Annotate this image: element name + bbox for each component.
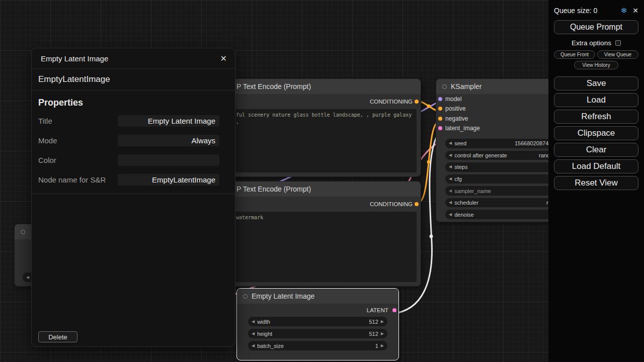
view-history-button[interactable]: View History [574, 61, 618, 69]
arrow-left-icon[interactable]: ◀ [26, 276, 29, 280]
latent-input-socket[interactable] [438, 126, 442, 130]
close-icon[interactable]: ✕ [220, 54, 227, 63]
widget-name: sampler_name [454, 188, 491, 194]
field-label-mode: Mode [38, 136, 57, 145]
node-type-name: EmptyLatentImage [32, 69, 235, 90]
collapse-dot[interactable] [243, 294, 248, 299]
arrow-left-icon[interactable]: ◀ [449, 213, 452, 217]
widget-name: seed [454, 140, 466, 146]
load-button[interactable]: Load [554, 93, 638, 107]
node-title: Empty Latent Image [252, 292, 314, 300]
output-label: CONDITIONING [370, 201, 413, 207]
collapse-dot[interactable] [21, 230, 25, 234]
widget-value[interactable]: 512 [369, 319, 378, 325]
extra-options-label: Extra options [572, 39, 611, 47]
node-clip-text-encode-positive[interactable]: P Text Encode (Prompt) CONDITIONING ful … [221, 78, 421, 177]
arrow-left-icon[interactable]: ◀ [449, 201, 452, 205]
settings-snowflake-icon[interactable]: ❄ [621, 6, 627, 15]
node-title: P Text Encode (Prompt) [236, 185, 311, 193]
widget-name: steps [454, 164, 467, 170]
properties-heading: Properties [32, 90, 235, 110]
widget-batch-size[interactable]: ◀ batch_size 1 ▶ [248, 341, 387, 350]
widget-name: control after generate [454, 152, 507, 158]
prompt-textarea[interactable]: ful scenery nature glass bottle landscap… [226, 109, 417, 172]
queue-size-label: Queue size: 0 [554, 7, 597, 15]
arrow-left-icon[interactable]: ◀ [449, 141, 452, 145]
arrow-left-icon[interactable]: ◀ [449, 177, 452, 181]
field-label-node-name: Node name for S&R [38, 175, 106, 184]
color-field[interactable] [118, 154, 219, 166]
arrow-left-icon[interactable]: ◀ [252, 344, 255, 348]
input-label: latent_image [445, 125, 480, 132]
extra-options-checkbox[interactable] [615, 40, 621, 46]
negative-input-socket[interactable] [438, 117, 442, 121]
widget-name: batch_size [257, 343, 284, 349]
queue-front-button[interactable]: Queue Front [554, 50, 595, 59]
node-title: KSampler [451, 82, 481, 90]
field-label-title: Title [38, 117, 52, 125]
arrow-left-icon[interactable]: ◀ [252, 320, 255, 324]
widget-name: width [257, 319, 270, 325]
node-clip-text-encode-negative[interactable]: P Text Encode (Prompt) CONDITIONING wate… [221, 181, 421, 287]
widget-height[interactable]: ◀ height 512 ▶ [248, 329, 387, 338]
refresh-button[interactable]: Refresh [554, 110, 638, 124]
reset-view-button[interactable]: Reset View [554, 176, 638, 190]
widget-width[interactable]: ◀ width 512 ▶ [248, 317, 387, 326]
title-field[interactable]: Empty Latent Image [118, 115, 219, 127]
input-label: negative [445, 115, 468, 122]
collapse-dot[interactable] [442, 84, 447, 89]
arrow-right-icon[interactable]: ▶ [381, 344, 384, 348]
widget-value[interactable]: 1 [375, 343, 378, 349]
arrow-left-icon[interactable]: ◀ [252, 332, 255, 336]
field-label-color: Color [38, 156, 56, 164]
arrow-left-icon[interactable]: ◀ [449, 189, 452, 193]
prompt-textarea[interactable]: watermark [226, 212, 417, 282]
positive-input-socket[interactable] [438, 107, 442, 111]
node-name-field[interactable]: EmptyLatentImage [118, 174, 219, 186]
input-label: positive [445, 105, 466, 112]
mode-field[interactable]: Always [118, 135, 219, 146]
widget-name: scheduler [454, 200, 478, 206]
arrow-right-icon[interactable]: ▶ [381, 332, 384, 336]
view-queue-button[interactable]: View Queue [597, 50, 638, 59]
comfy-menu: Queue size: 0 ❄ ✕ Queue Prompt Extra opt… [548, 0, 644, 362]
output-label: LATENT [367, 307, 388, 313]
arrow-right-icon[interactable]: ▶ [381, 320, 384, 324]
queue-prompt-button[interactable]: Queue Prompt [554, 20, 638, 34]
close-icon[interactable]: ✕ [632, 7, 638, 15]
model-input-socket[interactable] [438, 97, 442, 101]
widget-value[interactable]: 512 [369, 331, 378, 337]
load-default-button[interactable]: Load Default [554, 159, 638, 173]
node-properties-dialog: Empty Latent Image ✕ EmptyLatentImage Pr… [31, 48, 235, 347]
arrow-left-icon[interactable]: ◀ [449, 153, 452, 157]
node-empty-latent-image[interactable]: Empty Latent Image LATENT ◀ width 512 ▶ … [236, 288, 399, 360]
output-label: CONDITIONING [370, 99, 413, 105]
node-title: P Text Encode (Prompt) [236, 82, 311, 90]
widget-name: denoise [454, 212, 474, 218]
arrow-left-icon[interactable]: ◀ [449, 165, 452, 169]
delete-button[interactable]: Delete [38, 331, 77, 342]
clear-button[interactable]: Clear [554, 143, 638, 157]
latent-output-socket[interactable] [392, 308, 396, 312]
widget-name: height [257, 331, 272, 337]
input-label: model [445, 96, 462, 103]
conditioning-output-socket[interactable] [415, 202, 419, 206]
save-button[interactable]: Save [554, 76, 638, 90]
widget-name: cfg [454, 176, 462, 182]
dialog-title: Empty Latent Image [41, 54, 108, 63]
clipspace-button[interactable]: Clipspace [554, 126, 638, 140]
conditioning-output-socket[interactable] [415, 100, 419, 104]
widget-value[interactable]: 15668020874 [515, 140, 548, 146]
